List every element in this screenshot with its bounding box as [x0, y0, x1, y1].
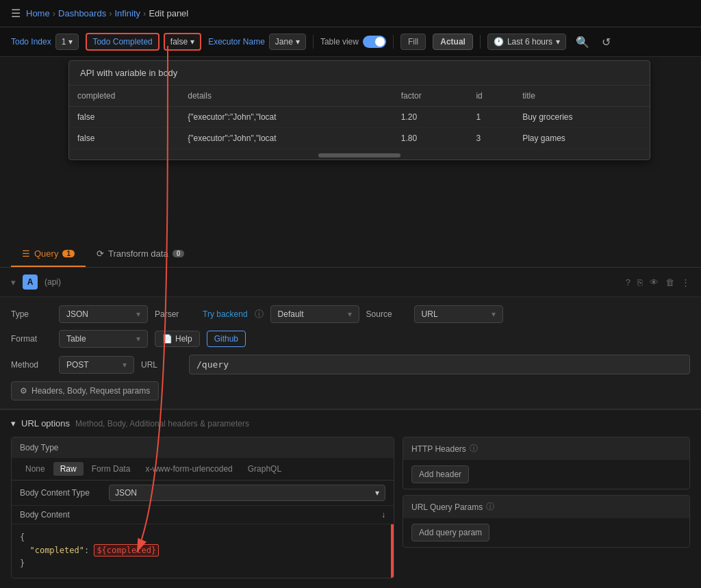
help-circle-icon[interactable]: ?	[626, 277, 630, 287]
table-view-group: Table view	[320, 36, 386, 48]
format-row: Format Table ▾ 📄 Help Github	[11, 330, 690, 348]
code-line2: "completed": ${completed}	[20, 544, 385, 557]
cell-id: 1	[468, 107, 514, 128]
github-button[interactable]: Github	[207, 331, 246, 347]
parser-select[interactable]: Default ▾	[270, 305, 359, 323]
cell-details: {"executor":"John","locat	[179, 128, 393, 149]
method-chevron: ▾	[123, 360, 127, 370]
body-tab-form[interactable]: Form Data	[85, 462, 138, 476]
source-select[interactable]: URL ▾	[414, 305, 503, 323]
code-editor[interactable]: { "completed": ${completed} }	[12, 524, 394, 578]
main-content: ☰ Query 1 ⟳ Transform data 0 ▾ A (api) ?…	[0, 242, 701, 587]
method-value: POST	[66, 360, 89, 370]
type-select[interactable]: JSON ▾	[59, 305, 148, 323]
sep1	[313, 35, 314, 49]
settings-icon: ⚙	[20, 386, 27, 396]
table-view-toggle[interactable]	[363, 36, 386, 48]
more-icon[interactable]: ⋮	[681, 277, 690, 287]
body-tab-urlenc[interactable]: x-www-form-urlencoded	[138, 462, 239, 476]
todo-index-select[interactable]: 1 ▾	[55, 34, 79, 50]
body-tab-none[interactable]: None	[18, 462, 52, 476]
tab-query[interactable]: ☰ Query 1	[11, 242, 86, 267]
type-value: JSON	[66, 309, 88, 319]
body-content-row: Body Content ↓	[12, 506, 394, 524]
right-panels: HTTP Headers ⓘ Add header URL Query Para…	[403, 437, 690, 578]
time-chevron: ▾	[556, 37, 560, 47]
col-id: id	[468, 86, 514, 107]
body-content-down-icon: ↓	[381, 510, 385, 520]
sep3	[480, 35, 481, 49]
breadcrumb-sep2: ›	[109, 8, 112, 18]
body-tabs: None Raw Form Data x-www-form-urlencoded…	[12, 458, 394, 481]
red-bar	[391, 524, 394, 578]
url-input[interactable]	[189, 355, 690, 374]
refresh-icon[interactable]: ↺	[599, 34, 613, 50]
query-id: A	[23, 274, 38, 290]
cell-title: Buy groceries	[514, 107, 650, 128]
table-header-row: completed details factor id title	[69, 86, 650, 107]
type-label: Type	[11, 309, 52, 319]
delete-icon[interactable]: 🗑	[665, 277, 674, 287]
time-selector[interactable]: 🕐 Last 6 hours ▾	[487, 34, 566, 50]
fill-button[interactable]: Fill	[400, 34, 426, 50]
topbar: ☰ Home › Dashboards › Infinity › Edit pa…	[0, 0, 701, 27]
help-button[interactable]: 📄 Help	[155, 331, 200, 347]
add-param-button[interactable]: Add query param	[411, 524, 489, 541]
executor-name-group: Executor Name Jane ▾	[208, 34, 306, 50]
copy-icon[interactable]: ⎘	[637, 277, 643, 287]
tab-transform-label: Transform data	[108, 248, 168, 259]
zoom-out-icon[interactable]: 🔍	[573, 34, 592, 50]
body-tab-raw[interactable]: Raw	[53, 462, 84, 476]
body-tab-graphql[interactable]: GraphQL	[241, 462, 288, 476]
parser-chevron: ▾	[348, 309, 352, 319]
url-options-header[interactable]: ▾ URL options Method, Body, Additional h…	[11, 418, 690, 429]
doc-icon: 📄	[162, 334, 173, 344]
executor-name-select[interactable]: Jane ▾	[269, 34, 306, 50]
body-section-header: Body Type	[12, 437, 394, 458]
parser-link[interactable]: Try backend	[203, 309, 248, 319]
todo-completed-select[interactable]: Todo Completed	[86, 33, 159, 51]
type-row: Type JSON ▾ Parser Try backend ⓘ Default…	[11, 305, 690, 323]
menu-icon[interactable]: ☰	[11, 7, 21, 20]
breadcrumb-dashboards[interactable]: Dashboards	[58, 8, 106, 18]
source-chevron: ▾	[492, 309, 496, 319]
breadcrumb-infinity[interactable]: Infinity	[114, 8, 140, 18]
body-content-type-select[interactable]: JSON ▾	[109, 485, 385, 501]
method-select[interactable]: POST ▾	[59, 356, 134, 374]
eye-icon[interactable]: 👁	[650, 277, 659, 287]
url-label: URL	[141, 360, 182, 370]
executor-name-chevron: ▾	[296, 37, 300, 47]
add-header-button[interactable]: Add header	[411, 465, 469, 483]
query-collapse-icon[interactable]: ▾	[11, 277, 16, 287]
format-label: Format	[11, 334, 52, 344]
actual-button[interactable]: Actual	[433, 34, 473, 50]
todo-completed-group: Todo Completed false ▾	[86, 33, 201, 51]
code-val-highlight: ${completed}	[94, 544, 159, 557]
url-options-collapse: ▾	[11, 418, 16, 429]
type-chevron: ▾	[136, 309, 140, 319]
todo-completed-label: Todo Completed	[92, 37, 152, 47]
source-label: Source	[366, 309, 407, 319]
parser-label: Parser	[155, 309, 196, 319]
headers-button[interactable]: ⚙ Headers, Body, Request params	[11, 381, 159, 400]
col-factor: factor	[393, 86, 468, 107]
options-grid: Body Type None Raw Form Data x-www-form-…	[11, 437, 690, 578]
tab-transform[interactable]: ⟳ Transform data 0	[86, 242, 195, 267]
toggle-dot	[375, 37, 385, 47]
cell-completed: false	[69, 107, 179, 128]
code-key: "completed"	[29, 546, 84, 555]
body-content-type-label: Body Content Type	[20, 488, 102, 498]
body-section: Body Type None Raw Form Data x-www-form-…	[11, 437, 394, 578]
scrollbar-row	[69, 149, 650, 159]
todo-completed-value-select[interactable]: false ▾	[164, 33, 201, 51]
format-select[interactable]: Table ▾	[59, 330, 148, 348]
col-title: title	[514, 86, 650, 107]
table-row: false{"executor":"John","locat1.803Play …	[69, 128, 650, 149]
url-params-label: URL Query Params	[411, 502, 483, 512]
body-content-type-chevron: ▾	[375, 488, 379, 498]
breadcrumb-home[interactable]: Home	[26, 8, 50, 18]
breadcrumb-sep3: ›	[143, 8, 146, 18]
code-line1: {	[20, 531, 385, 544]
body-content-type-row: Body Content Type JSON ▾	[12, 481, 394, 506]
http-headers-header: HTTP Headers ⓘ	[403, 437, 689, 460]
